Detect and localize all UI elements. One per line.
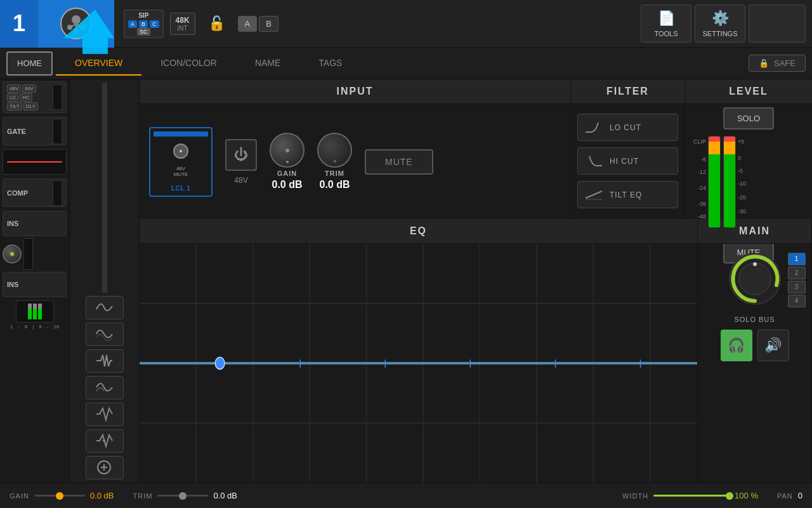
module-btn-4[interactable] [86,376,124,399]
top-sections: INPUT 48V MUTE LCL 1 [140,79,812,219]
tilt-eq-button[interactable]: TILT EQ [577,181,678,208]
module-btn-3[interactable] [86,349,124,373]
module-btn-7[interactable] [86,456,124,479]
svg-point-29 [215,358,225,370]
bus-btn-4[interactable]: 4 [788,295,806,307]
lock-icon[interactable]: 🔓 [208,15,225,32]
gain-control: GAIN 0.0 dB [270,133,304,190]
gain-value: 0.0 dB [272,179,302,190]
sip-status: SIP A B C SC [124,10,164,38]
hi-cut-button[interactable]: HI CUT [577,147,678,175]
tilt-btn[interactable]: TILT [7,102,22,110]
trim-param-label: TRIM [133,492,153,500]
extra-button[interactable] [749,4,806,43]
badge-sc: SC [137,28,150,36]
filter-header: FILTER [571,79,684,104]
settings-button[interactable]: ⚙️ SETTINGS [695,4,745,43]
level-section: LEVEL SOLO CLIP -6 -12 -24 -36 -48 [685,79,812,219]
bus-btn-2[interactable]: 2 [788,267,806,279]
module-btn-5[interactable] [86,403,124,426]
lc-btn[interactable]: LC [7,93,18,102]
badge-b: B [139,20,148,28]
badge-c: C [150,20,159,28]
trim-label: TRIM [325,170,344,177]
gain-knob[interactable] [270,133,304,168]
mini-buttons: 48V INV LC HC TILT DLY [7,84,38,110]
bottom-fader: 1-8|9-16 [0,299,69,331]
hi-cut-icon [584,153,603,169]
inv-btn[interactable]: INV [22,84,36,93]
gate-item[interactable]: GATE [3,117,67,145]
main-knob-svg[interactable] [726,250,783,307]
fader-knob[interactable] [3,244,22,264]
home-button[interactable]: HOME [6,51,53,76]
lcl-box[interactable]: 48V MUTE LCL 1 [149,127,213,197]
bottom-bar: GAIN 0.0 dB TRIM 0.0 dB WIDTH 100 % PAN … [0,483,812,508]
ins2-item[interactable]: INS [3,272,67,297]
speaker-button[interactable]: 🔊 [757,330,789,361]
svg-text:+: + [381,354,389,373]
module-btn-6[interactable] [86,429,124,453]
pan-param-value: 0 [798,491,802,500]
top-center-controls: SIP A B C SC 48K INT 🔓 A B [114,10,641,38]
trim-param-value: 0.0 dB [213,491,237,500]
solo-button[interactable]: SOLO [723,107,774,130]
bus-btn-1[interactable]: 1 [788,253,806,265]
ins2-label: INS [7,281,18,288]
module-btn-1[interactable] [86,296,124,319]
mute-button[interactable]: MUTE [365,149,433,175]
svg-point-0 [72,15,81,24]
svg-point-31 [739,263,771,295]
ins1-label: INS [7,220,18,227]
svg-text:+: + [551,354,559,373]
48v-btn[interactable]: 48V [7,84,21,93]
input-section: INPUT 48V MUTE LCL 1 [140,79,571,219]
eq-graph[interactable]: + + + + + + [140,244,697,483]
filter-section: FILTER LO CUT [571,79,685,219]
headphone-button[interactable]: 🎧 [721,330,752,361]
lock-safe-icon: 🔒 [759,58,769,68]
hc-btn[interactable]: HC [20,93,32,102]
main-knob-area: 1 2 3 4 [726,250,783,309]
tab-overview[interactable]: OVERVIEW [56,51,141,76]
power-button[interactable]: ⏻ [225,139,257,171]
width-param-value: 100 % [735,491,758,500]
pan-param-label: PAN [777,492,793,500]
sidebar-input-flags[interactable]: 48V INV LC HC TILT DLY [3,81,67,113]
mute-group: MUTE [365,146,433,178]
ab-button-b[interactable]: B [259,16,278,32]
lo-cut-button[interactable]: LO CUT [577,114,678,141]
ins1-item[interactable]: INS [3,211,67,236]
trim-param: TRIM 0.0 dB [133,491,237,500]
fader-area [0,238,69,270]
module-btn-2[interactable] [86,323,124,346]
channel-number[interactable]: 1 [0,0,38,48]
ab-button-a[interactable]: A [238,16,258,32]
gate-label: GATE [7,128,26,135]
width-slider[interactable] [653,495,730,497]
tab-name[interactable]: NAME [236,51,299,76]
vu-bar-r [723,136,736,228]
tools-button[interactable]: 📄 TOOLS [641,4,691,43]
mini-vu-1 [53,84,62,110]
lcl-knob[interactable] [173,144,188,159]
tabs-bar: HOME OVERVIEW ICON/COLOR NAME TAGS 🔒 SAF… [0,48,812,79]
width-param: WIDTH 100 % [622,491,758,500]
mini-vu-fader [23,238,33,270]
tab-tags[interactable]: TAGS [299,51,361,76]
tab-icon-color[interactable]: ICON/COLOR [141,51,236,76]
gain-slider[interactable] [34,495,85,497]
trim-slider[interactable] [157,495,208,497]
vu-bars [708,136,736,228]
safe-button[interactable]: 🔒 SAFE [749,55,806,72]
mini-vu-gate [53,119,62,144]
level-header: LEVEL [685,79,812,104]
dly-btn[interactable]: DLY [23,102,38,110]
bus-btn-3[interactable]: 3 [788,281,806,293]
trim-knob[interactable] [317,133,352,168]
comp-item[interactable]: COMP [3,178,67,207]
filter-controls: LO CUT HI CUT [571,104,684,219]
avatar-box[interactable] [38,0,114,48]
tilt-eq-icon [584,187,603,203]
top-right-buttons: 📄 TOOLS ⚙️ SETTINGS [641,4,812,43]
